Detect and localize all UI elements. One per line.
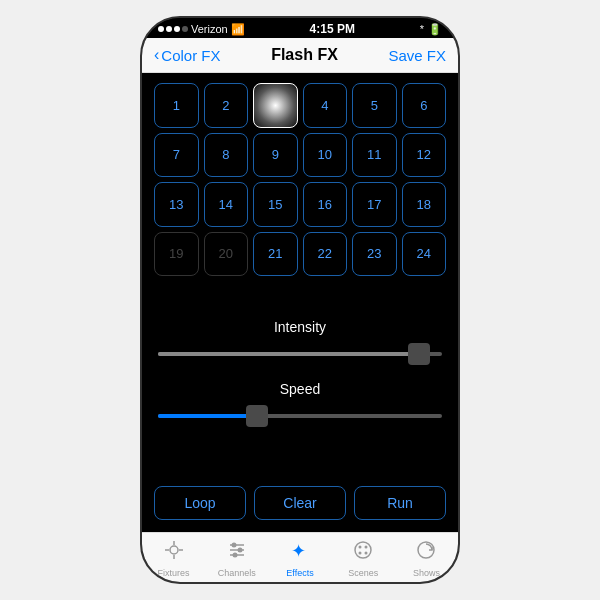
signal-indicator <box>158 26 188 32</box>
intensity-track-bg <box>158 352 442 356</box>
tab-scenes[interactable]: Scenes <box>332 539 395 578</box>
speed-label: Speed <box>158 381 442 397</box>
clear-button[interactable]: Clear <box>254 486 346 520</box>
tab-channels[interactable]: Channels <box>205 539 268 578</box>
tab-effects[interactable]: ✦ Effects <box>268 539 331 578</box>
grid-cell-24[interactable]: 24 <box>402 232 447 277</box>
speed-thumb[interactable] <box>246 405 268 427</box>
svg-point-0 <box>170 546 178 554</box>
status-left: Verizon 📶 <box>158 23 245 36</box>
grid-cell-12[interactable]: 12 <box>402 133 447 178</box>
chevron-left-icon: ‹ <box>154 46 159 64</box>
grid-cell-5[interactable]: 5 <box>352 83 397 128</box>
svg-point-16 <box>365 552 368 555</box>
svg-point-12 <box>355 542 371 558</box>
speed-slider[interactable] <box>158 405 442 427</box>
action-buttons-row: Loop Clear Run <box>154 482 446 524</box>
status-bar: Verizon 📶 4:15 PM * 🔋 <box>142 18 458 38</box>
effects-tab-label: Effects <box>286 568 313 578</box>
grid-cell-13[interactable]: 13 <box>154 182 199 227</box>
speed-track-fill <box>158 414 257 418</box>
channels-tab-label: Channels <box>218 568 256 578</box>
carrier-label: Verizon <box>191 23 228 35</box>
bluetooth-icon: * <box>420 23 424 35</box>
page-title: Flash FX <box>271 46 338 64</box>
intensity-track-fill <box>158 352 414 356</box>
grid-cell-4[interactable]: 4 <box>303 83 348 128</box>
grid-cell-23[interactable]: 23 <box>352 232 397 277</box>
grid-cell-6[interactable]: 6 <box>402 83 447 128</box>
sliders-section: Intensity Speed <box>154 284 446 478</box>
grid-cell-22[interactable]: 22 <box>303 232 348 277</box>
status-time: 4:15 PM <box>310 22 355 36</box>
run-button[interactable]: Run <box>354 486 446 520</box>
shows-tab-label: Shows <box>413 568 440 578</box>
svg-text:✦: ✦ <box>291 541 306 561</box>
intensity-slider[interactable] <box>158 343 442 365</box>
shows-tab-icon <box>415 539 437 566</box>
tab-bar: Fixtures Channels ✦ Effects Scenes Shows <box>142 532 458 582</box>
grid-cell-18[interactable]: 18 <box>402 182 447 227</box>
back-button[interactable]: ‹ Color FX <box>154 46 221 64</box>
tab-shows[interactable]: Shows <box>395 539 458 578</box>
phone-frame: Verizon 📶 4:15 PM * 🔋 ‹ Color FX Flash F… <box>140 16 460 584</box>
grid-cell-19[interactable]: 19 <box>154 232 199 277</box>
grid-cell-11[interactable]: 11 <box>352 133 397 178</box>
svg-point-13 <box>359 546 362 549</box>
wifi-icon: 📶 <box>231 23 245 36</box>
scenes-tab-icon <box>352 539 374 566</box>
scenes-tab-label: Scenes <box>348 568 378 578</box>
main-content: 12456789101112131415161718192021222324 I… <box>142 73 458 532</box>
speed-track-bg <box>158 414 442 418</box>
grid-cell-1[interactable]: 1 <box>154 83 199 128</box>
intensity-label: Intensity <box>158 319 442 335</box>
grid-cell-8[interactable]: 8 <box>204 133 249 178</box>
grid-cell-20[interactable]: 20 <box>204 232 249 277</box>
speed-group: Speed <box>158 381 442 427</box>
grid-cell-2[interactable]: 2 <box>204 83 249 128</box>
tab-fixtures[interactable]: Fixtures <box>142 539 205 578</box>
intensity-group: Intensity <box>158 319 442 365</box>
back-label: Color FX <box>161 47 220 64</box>
grid-cell-17[interactable]: 17 <box>352 182 397 227</box>
status-right: * 🔋 <box>420 23 442 36</box>
svg-point-15 <box>359 552 362 555</box>
grid-cell-14[interactable]: 14 <box>204 182 249 227</box>
grid-cell-21[interactable]: 21 <box>253 232 298 277</box>
svg-point-9 <box>237 548 242 553</box>
battery-icon: 🔋 <box>428 23 442 36</box>
grid-cell-9[interactable]: 9 <box>253 133 298 178</box>
intensity-thumb[interactable] <box>408 343 430 365</box>
grid-cell-16[interactable]: 16 <box>303 182 348 227</box>
fixtures-tab-icon <box>163 539 185 566</box>
loop-button[interactable]: Loop <box>154 486 246 520</box>
svg-point-14 <box>365 546 368 549</box>
save-button[interactable]: Save FX <box>388 47 446 64</box>
grid-cell-7[interactable]: 7 <box>154 133 199 178</box>
fx-grid: 12456789101112131415161718192021222324 <box>154 83 446 276</box>
fixtures-tab-label: Fixtures <box>158 568 190 578</box>
grid-cell-3[interactable] <box>253 83 298 128</box>
nav-bar: ‹ Color FX Flash FX Save FX <box>142 38 458 73</box>
svg-point-8 <box>231 543 236 548</box>
effects-tab-icon: ✦ <box>289 539 311 566</box>
channels-tab-icon <box>226 539 248 566</box>
svg-point-10 <box>232 553 237 558</box>
grid-cell-15[interactable]: 15 <box>253 182 298 227</box>
grid-cell-10[interactable]: 10 <box>303 133 348 178</box>
